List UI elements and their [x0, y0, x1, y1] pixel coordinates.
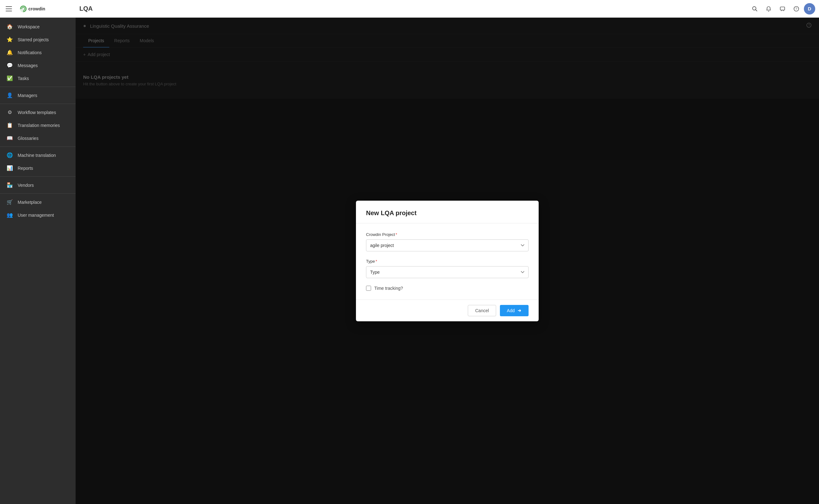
add-button[interactable]: Add [500, 305, 529, 316]
sidebar-item-reports[interactable]: 📊 Reports [0, 162, 76, 175]
type-select[interactable]: Type [366, 266, 529, 278]
sidebar-icon-notifications: 🔔 [6, 49, 13, 55]
search-button[interactable] [748, 3, 761, 15]
sidebar-item-workspace[interactable]: 🏠 Workspace [0, 20, 76, 33]
sidebar-label-reports: Reports [18, 166, 33, 171]
topbar-icons: ? D [748, 3, 819, 15]
sidebar-label-messages: Messages [18, 63, 38, 68]
logo: crowdin [18, 4, 74, 13]
modal-footer: Cancel Add [356, 300, 539, 321]
sidebar-label-mt: Machine translation [18, 153, 56, 158]
avatar[interactable]: D [804, 3, 815, 14]
modal-header: New LQA project [356, 201, 539, 223]
topbar: crowdin LQA ? D [0, 0, 819, 18]
help-button[interactable]: ? [790, 3, 803, 15]
cancel-button[interactable]: Cancel [468, 305, 496, 316]
time-tracking-checkbox[interactable] [366, 286, 371, 291]
modal-body: Crowdin Project* agile project Type* Typ… [356, 223, 539, 300]
sidebar-item-mt[interactable]: 🌐 Machine translation [0, 149, 76, 162]
sidebar-item-marketplace[interactable]: 🛒 Marketplace [0, 196, 76, 209]
sidebar-item-user-management[interactable]: 👥 User management [0, 209, 76, 221]
new-lqa-project-modal: New LQA project Crowdin Project* agile p… [356, 201, 539, 321]
sidebar-item-vendors[interactable]: 🏪 Vendors [0, 179, 76, 192]
svg-rect-1 [6, 9, 12, 9]
sidebar: 🏠 Workspace ⭐ Starred projects 🔔 Notific… [0, 18, 76, 504]
type-group: Type* Type [366, 259, 529, 278]
sidebar-item-notifications[interactable]: 🔔 Notifications [0, 46, 76, 59]
type-required-star: * [375, 259, 377, 264]
modal-title: New LQA project [366, 209, 529, 217]
sidebar-label-workflow: Workflow templates [18, 110, 56, 115]
sidebar-item-glossaries[interactable]: 📖 Glossaries [0, 132, 76, 145]
sidebar-label-glossaries: Glossaries [18, 136, 38, 141]
sidebar-item-starred[interactable]: ⭐ Starred projects [0, 33, 76, 46]
sidebar-icon-workflow: ⚙ [6, 109, 13, 115]
sidebar-icon-messages: 💬 [6, 62, 13, 68]
sidebar-icon-mt: 🌐 [6, 152, 13, 158]
sidebar-item-messages[interactable]: 💬 Messages [0, 59, 76, 72]
type-label: Type* [366, 259, 529, 264]
sidebar-item-managers[interactable]: 👤 Managers [0, 89, 76, 102]
modal-overlay[interactable]: New LQA project Crowdin Project* agile p… [76, 18, 819, 504]
hamburger-button[interactable] [0, 0, 18, 18]
notifications-button[interactable] [762, 3, 775, 15]
sidebar-label-managers: Managers [18, 93, 37, 98]
sidebar-icon-marketplace: 🛒 [6, 199, 13, 205]
svg-rect-2 [6, 11, 12, 11]
svg-text:?: ? [795, 7, 797, 11]
time-tracking-group: Time tracking? [366, 286, 529, 291]
sidebar-icon-managers: 👤 [6, 92, 13, 98]
sidebar-item-workflow[interactable]: ⚙ Workflow templates [0, 106, 76, 119]
sidebar-label-notifications: Notifications [18, 50, 42, 55]
page-title: LQA [74, 5, 748, 12]
main-layout: 🏠 Workspace ⭐ Starred projects 🔔 Notific… [0, 18, 819, 504]
sidebar-icon-tasks: ✅ [6, 75, 13, 81]
messages-button[interactable] [776, 3, 789, 15]
sidebar-icon-tm: 📋 [6, 122, 13, 128]
svg-rect-7 [780, 7, 785, 10]
sidebar-icon-workspace: 🏠 [6, 24, 13, 30]
crowdin-project-group: Crowdin Project* agile project [366, 232, 529, 251]
svg-line-6 [756, 9, 757, 11]
sidebar-icon-user-management: 👥 [6, 212, 13, 218]
sidebar-item-tm[interactable]: 📋 Translation memories [0, 119, 76, 132]
sidebar-label-starred: Starred projects [18, 37, 49, 42]
sidebar-label-marketplace: Marketplace [18, 200, 42, 205]
sidebar-icon-glossaries: 📖 [6, 135, 13, 141]
crowdin-project-select[interactable]: agile project [366, 239, 529, 251]
sidebar-icon-starred: ⭐ [6, 37, 13, 43]
sidebar-label-vendors: Vendors [18, 183, 34, 188]
sidebar-icon-reports: 📊 [6, 165, 13, 171]
sidebar-label-workspace: Workspace [18, 24, 40, 29]
svg-text:crowdin: crowdin [28, 6, 45, 11]
time-tracking-label[interactable]: Time tracking? [374, 286, 403, 291]
sidebar-item-tasks[interactable]: ✅ Tasks [0, 72, 76, 85]
sidebar-icon-vendors: 🏪 [6, 182, 13, 188]
svg-rect-0 [6, 6, 12, 7]
required-star: * [396, 232, 397, 237]
sidebar-label-user-management: User management [18, 213, 54, 218]
svg-point-3 [20, 5, 27, 12]
add-arrow-icon [517, 308, 522, 313]
sidebar-label-tm: Translation memories [18, 123, 60, 128]
content-area: ● Linguistic Quality Assurance ? Project… [76, 18, 819, 504]
crowdin-project-label: Crowdin Project* [366, 232, 529, 237]
sidebar-label-tasks: Tasks [18, 76, 29, 81]
